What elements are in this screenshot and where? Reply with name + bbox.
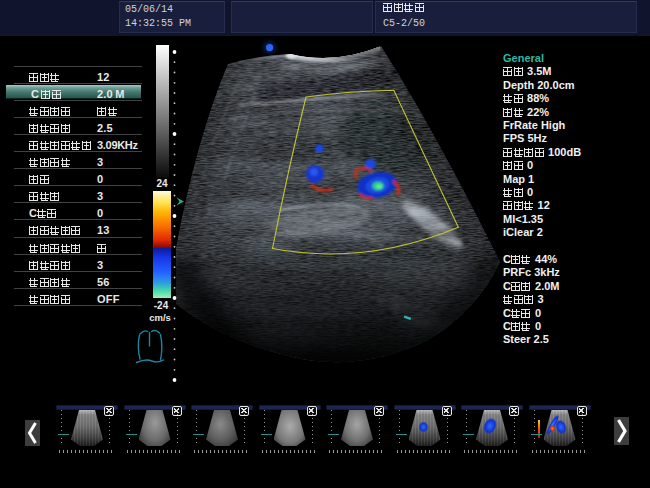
svg-text:-24: -24 bbox=[154, 300, 169, 311]
svg-text:24: 24 bbox=[156, 178, 168, 189]
svg-text:cm/s: cm/s bbox=[149, 312, 171, 323]
